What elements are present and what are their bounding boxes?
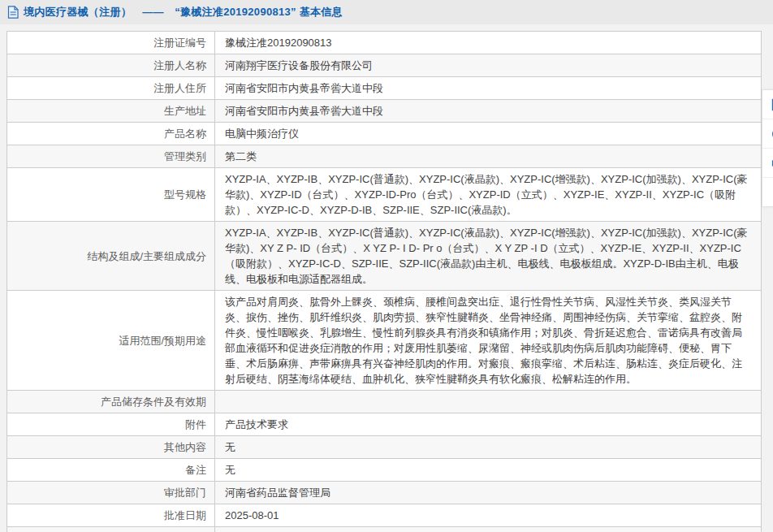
field-label: 批准日期 [7, 504, 215, 527]
field-value: 电脑中频治疗仪 [215, 123, 762, 145]
table-row: 批准日期 2025-08-01 [7, 504, 762, 527]
table-row: 适用范围/预期用途 该产品对肩周炎、肱骨外上髁炎、颈椎病、腰椎间盘突出症、退行性… [7, 291, 762, 391]
table-row: 注册证编号 豫械注准20192090813 [7, 32, 762, 54]
table-row: 生产地址 河南省安阳市内黄县帝喾大道中段 [7, 100, 762, 123]
field-label: 产品储存条件及有效期 [7, 391, 215, 413]
field-value: 第二类 [215, 145, 762, 168]
table-row: 备注 无 [7, 459, 762, 482]
field-label: 附件 [7, 413, 215, 436]
field-label: 型号规格 [7, 168, 215, 222]
field-label: 注册人名称 [7, 54, 215, 77]
table-row: 其他内容 无 [7, 436, 762, 459]
field-label: 备注 [7, 459, 215, 482]
image-icon[interactable] [762, 90, 773, 119]
field-label: 生效日期 [7, 527, 215, 532]
field-value: 河南省安阳市内黄县帝喾大道中段 [215, 77, 762, 100]
document-icon [7, 6, 19, 19]
page-title: 境内医疗器械（注册） —— “豫械注准20192090813” 基本信息 [24, 5, 343, 19]
table-row: 审批部门 河南省药品监督管理局 [7, 482, 762, 504]
table-row: 管理类别 第二类 [7, 145, 762, 168]
chevron-right-icon[interactable]: › [762, 178, 773, 206]
field-value: 无 [215, 436, 762, 459]
field-label: 结构及组成/主要组成成分 [7, 222, 215, 291]
table-row: 生效日期 2024-10-18 [7, 527, 762, 532]
field-value: 河南省药品监督管理局 [215, 482, 762, 504]
field-value: XYZP-IA、XYZP-IB、XYZP-IC(普通款)、XYZP-IC(液晶款… [215, 222, 762, 291]
table-row: 产品名称 电脑中频治疗仪 [7, 123, 762, 145]
field-value: 河南省安阳市内黄县帝喾大道中段 [215, 100, 762, 123]
field-label: 其他内容 [7, 436, 215, 459]
field-value: 豫械注准20192090813 [215, 32, 762, 54]
print-icon[interactable] [762, 149, 773, 178]
field-label: 注册证编号 [7, 32, 215, 54]
field-label: 管理类别 [7, 145, 215, 168]
table-row: 型号规格 XYZP-IA、XYZP-IB、XYZP-IC(普通款)、XYZP-I… [7, 168, 762, 222]
table-row: 产品储存条件及有效期 [7, 391, 762, 413]
side-toolbar: › [762, 89, 773, 207]
page-header: 境内医疗器械（注册） —— “豫械注准20192090813” 基本信息 [0, 0, 773, 24]
table-row: 附件 产品技术要求 [7, 413, 762, 436]
field-value: 产品技术要求 [215, 413, 762, 436]
field-label: 适用范围/预期用途 [7, 291, 215, 391]
field-label: 注册人住所 [7, 77, 215, 100]
registration-info-table: 注册证编号 豫械注准20192090813 注册人名称 河南翔宇医疗设备股份有限… [6, 31, 762, 532]
field-value: 河南翔宇医疗设备股份有限公司 [215, 54, 762, 77]
table-row: 注册人名称 河南翔宇医疗设备股份有限公司 [7, 54, 762, 77]
field-value: 该产品对肩周炎、肱骨外上髁炎、颈椎病、腰椎间盘突出症、退行性骨性关节病、风湿性关… [215, 291, 762, 391]
field-label: 审批部门 [7, 482, 215, 504]
field-label: 产品名称 [7, 123, 215, 145]
field-value: XYZP-IA、XYZP-IB、XYZP-IC(普通款)、XYZP-IC(液晶款… [215, 168, 762, 222]
info-circle-icon[interactable] [762, 119, 773, 149]
field-label: 生产地址 [7, 100, 215, 123]
table-row: 注册人住所 河南省安阳市内黄县帝喾大道中段 [7, 77, 762, 100]
field-value: 2025-08-01 [215, 504, 762, 527]
field-value: 无 [215, 459, 762, 482]
field-value: 2024-10-18 [215, 527, 762, 532]
table-row: 结构及组成/主要组成成分 XYZP-IA、XYZP-IB、XYZP-IC(普通款… [7, 222, 762, 291]
field-value [215, 391, 762, 413]
